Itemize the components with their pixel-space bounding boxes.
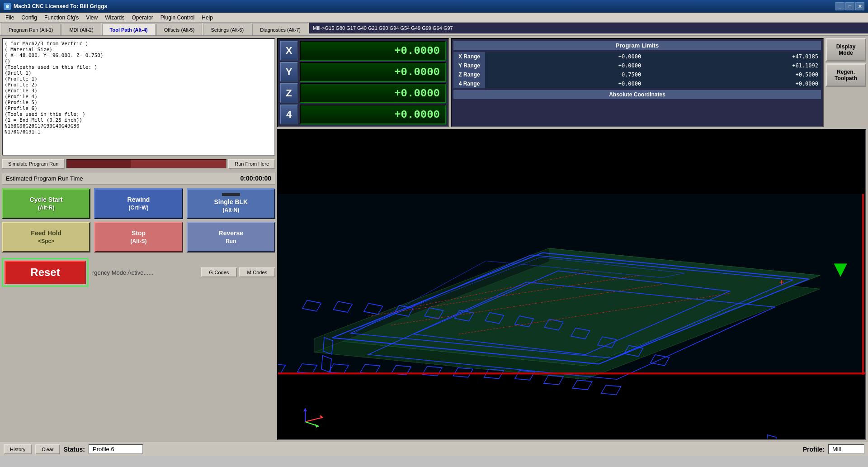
svg-rect-34: [601, 385, 621, 395]
menu-config[interactable]: Config: [18, 14, 41, 22]
x-range-max: +47.0185: [644, 52, 821, 61]
close-button[interactable]: ✕: [855, 2, 864, 10]
control-buttons: Cycle Start(Alt-R) Rewind(Crtl-W) Single…: [2, 188, 275, 253]
emergency-text: rgency Mode Active......: [92, 269, 153, 276]
mcodes-button[interactable]: M-Codes: [239, 267, 275, 277]
tab-tool-path[interactable]: Tool Path (Alt-4): [102, 24, 156, 35]
cycle-start-button[interactable]: Cycle Start(Alt-R): [2, 188, 90, 219]
coords-panel: X +0.0000 Y +0.0000 Z +0.0000 4 +0.0000: [277, 38, 866, 127]
single-blk-indicator: [222, 193, 240, 196]
z-range-row: Z Range -0.7500 +0.5000: [453, 70, 821, 79]
limits-table: X Range +0.0000 +47.0185 Y Range +0.0000…: [453, 52, 821, 88]
display-mode-button[interactable]: Display Mode: [826, 38, 866, 62]
main-content: ( for Mach2/3 from Vectric ) ( Material …: [0, 36, 868, 442]
tab-offsets[interactable]: Offsets (Alt-5): [156, 24, 203, 35]
app-icon: ⚙: [4, 3, 11, 10]
runtime-value: 0:00:00:00: [241, 175, 272, 182]
4-axis-row: 4 +0.0000: [280, 105, 446, 124]
z-range-label: Z Range: [453, 70, 485, 79]
top-btn-row: Cycle Start(Alt-R) Rewind(Crtl-W) Single…: [2, 188, 275, 219]
x-axis-row: X +0.0000: [280, 41, 446, 61]
x-range-label: X Range: [453, 52, 485, 61]
y-range-label: Y Range: [453, 61, 485, 70]
tab-mdi[interactable]: MDI (Alt-2): [61, 24, 101, 35]
gcode-status-bar: Mill->G15 G80 G17 G40 G21 G90 G94 G54 G4…: [309, 23, 868, 33]
clear-button[interactable]: Clear: [35, 444, 60, 454]
y-axis-label: Y: [280, 62, 298, 82]
tab-diagnostics[interactable]: Diagnostics (Alt-7): [252, 24, 308, 35]
right-panel: X +0.0000 Y +0.0000 Z +0.0000 4 +0.0000: [277, 38, 866, 440]
z-range-min: -0.7500: [485, 70, 644, 79]
status-label: Status:: [64, 446, 85, 453]
z-range-max: +0.5000: [644, 70, 821, 79]
abs-coords-label: Absolute Coordinates: [453, 90, 821, 99]
window-controls: _ □ ✕: [835, 2, 864, 10]
menu-function-cfgs[interactable]: Function Cfg's: [41, 14, 82, 22]
4-axis-value: +0.0000: [300, 105, 446, 124]
reset-button[interactable]: Reset: [5, 261, 86, 284]
run-from-here-button[interactable]: Run From Here: [228, 159, 275, 169]
svg-marker-55: [303, 408, 307, 411]
simulate-program-run-button[interactable]: Simulate Program Run: [2, 159, 65, 169]
z-axis-row: Z +0.0000: [280, 83, 446, 103]
stop-button[interactable]: Stop(Alt-S): [94, 222, 183, 253]
menu-wizards[interactable]: Wizards: [101, 14, 128, 22]
menu-bar: File Config Function Cfg's View Wizards …: [0, 13, 868, 23]
profile-value: Mill: [828, 444, 864, 454]
4-range-label: 4 Range: [453, 79, 485, 88]
y-range-max: +61.1092: [644, 61, 821, 70]
gcode-editor: ( for Mach2/3 from Vectric ) ( Material …: [2, 38, 275, 156]
left-panel: ( for Mach2/3 from Vectric ) ( Material …: [2, 38, 275, 440]
regen-toolpath-button[interactable]: Regen.Toolpath: [826, 63, 866, 87]
svg-line-50: [305, 417, 323, 422]
menu-plugin-control[interactable]: Plugin Control: [157, 14, 198, 22]
axis-readouts: X +0.0000 Y +0.0000 Z +0.0000 4 +0.0000: [277, 38, 449, 127]
menu-view[interactable]: View: [82, 14, 101, 22]
feed-hold-button[interactable]: Feed Hold<Spc>: [2, 222, 90, 253]
y-range-min: +0.0000: [485, 61, 644, 70]
right-buttons: Display Mode Regen.Toolpath: [826, 38, 866, 127]
status-bar: History Clear Status: Profile 6 Profile:…: [0, 442, 868, 456]
z-axis-value: +0.0000: [300, 83, 446, 103]
4-axis-label: 4: [280, 105, 298, 124]
reverse-run-button[interactable]: ReverseRun: [187, 222, 275, 253]
4-range-max: +0.0000: [644, 79, 821, 88]
menu-operator[interactable]: Operator: [128, 14, 157, 22]
x-axis-value: +0.0000: [300, 41, 446, 61]
y-axis-row: Y +0.0000: [280, 62, 446, 82]
gcodes-mcodes-area: G-Codes M-Codes: [201, 267, 275, 277]
tab-program-run[interactable]: Program Run (Alt-1): [1, 24, 61, 35]
tab-bar: Program Run (Alt-1) MDI (Alt-2) Tool Pat…: [0, 23, 309, 36]
runtime-label: Estimated Program Run Time: [6, 175, 83, 182]
reset-button-outer: Reset: [2, 258, 89, 287]
limits-title: Program Limits: [453, 41, 821, 50]
axis-indicator: [292, 401, 328, 430]
title-bar: ⚙ Mach3 CNC Licensed To: Bill Griggs _ □…: [0, 0, 868, 13]
y-axis-value: +0.0000: [300, 62, 446, 82]
y-range-row: Y Range +0.0000 +61.1092: [453, 61, 821, 70]
x-range-min: +0.0000: [485, 52, 644, 61]
reset-area: Reset rgency Mode Active...... G-Codes M…: [2, 258, 275, 287]
toolpath-svg: [278, 130, 865, 439]
app-title: Mach3 CNC Licensed To: Bill Griggs: [14, 3, 107, 10]
program-limits: Program Limits X Range +0.0000 +47.0185 …: [451, 38, 824, 127]
gcodes-button[interactable]: G-Codes: [201, 267, 237, 277]
status-value: Profile 6: [89, 444, 143, 454]
z-axis-label: Z: [280, 83, 298, 103]
profile-label: Profile:: [803, 446, 825, 453]
x-range-row: X Range +0.0000 +47.0185: [453, 52, 821, 61]
toolpath-viewport[interactable]: ▼: [277, 129, 866, 440]
maximize-button[interactable]: □: [845, 2, 854, 10]
gcode-textarea[interactable]: ( for Mach2/3 from Vectric ) ( Material …: [3, 39, 274, 155]
tab-settings[interactable]: Settings (Alt-6): [203, 24, 251, 35]
svg-rect-33: [572, 380, 592, 390]
bottom-btn-row: Feed Hold<Spc> Stop(Alt-S) ReverseRun: [2, 222, 275, 253]
gcode-status-text: Mill->G15 G80 G17 G40 G21 G90 G94 G54 G4…: [313, 25, 453, 31]
history-button[interactable]: History: [4, 444, 32, 454]
menu-file[interactable]: File: [2, 14, 18, 22]
4-range-row: 4 Range +0.0000 +0.0000: [453, 79, 821, 88]
minimize-button[interactable]: _: [835, 2, 844, 10]
rewind-button[interactable]: Rewind(Crtl-W): [94, 188, 183, 219]
single-blk-button[interactable]: Single BLK(Alt-N): [187, 188, 275, 219]
menu-help[interactable]: Help: [198, 14, 217, 22]
